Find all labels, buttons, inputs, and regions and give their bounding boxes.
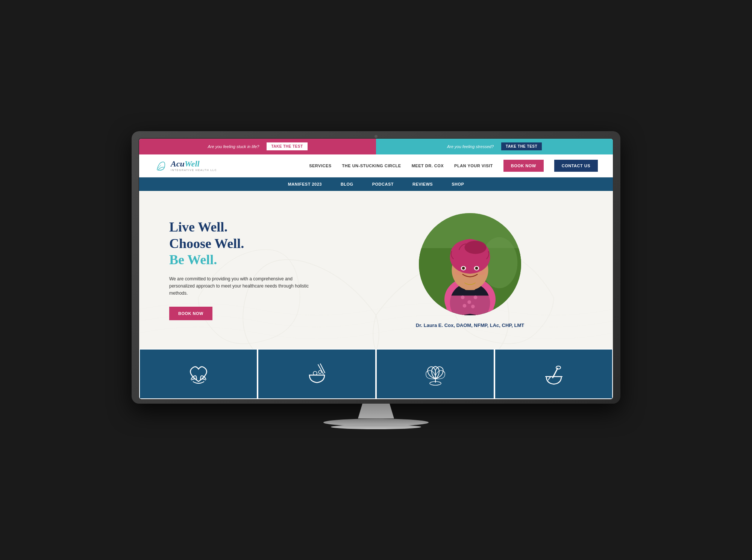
svg-point-29: [318, 371, 321, 374]
service-card-wellness[interactable]: [377, 350, 494, 398]
svg-line-31: [320, 364, 325, 373]
announcement-bars: Are you feeling stuck in life? TAKE THE …: [139, 139, 613, 154]
secondary-nav: MANIFEST 2023 BLOG PODCAST REVIEWS SHOP: [139, 177, 613, 191]
logo-text: AcuWell INTEGRATIVE HEALTH LLC: [171, 160, 217, 171]
service-card-acupuncture[interactable]: [140, 350, 257, 398]
screen-content: Are you feeling stuck in life? TAKE THE …: [139, 139, 613, 399]
hero-content: Live Well. Choose Well. Be Well. We are …: [169, 219, 357, 320]
svg-point-18: [475, 266, 478, 269]
take-test-right-button[interactable]: TAKE THE TEST: [501, 142, 542, 150]
book-now-button[interactable]: BOOK NOW: [503, 160, 544, 172]
nav-services[interactable]: SERVICES: [309, 163, 331, 168]
nav-manifest[interactable]: MANIFEST 2023: [288, 182, 322, 186]
service-cards: [139, 349, 613, 399]
nav-links: SERVICES THE UN-STUCKING CIRCLE MEET DR.…: [309, 160, 598, 172]
nutrition-icon: [304, 361, 330, 387]
hero-headline-line3: Be Well.: [169, 252, 357, 268]
nav-unstucking[interactable]: THE UN-STUCKING CIRCLE: [342, 163, 401, 168]
doctor-photo: [417, 212, 523, 317]
nav-reviews[interactable]: REVIEWS: [412, 182, 433, 186]
herbs-icon: [541, 361, 567, 387]
hero-headline-line2: Choose Well.: [169, 236, 357, 252]
announcement-left-text: Are you feeling stuck in life?: [208, 144, 259, 149]
svg-point-36: [556, 366, 561, 369]
monitor-frame: Are you feeling stuck in life? TAKE THE …: [132, 131, 620, 404]
hero-headline-line1: Live Well.: [169, 219, 357, 235]
service-card-herbs[interactable]: [495, 350, 612, 398]
svg-point-14: [464, 241, 486, 254]
announcement-left: Are you feeling stuck in life? TAKE THE …: [139, 139, 376, 154]
logo-name: AcuWell: [171, 160, 217, 168]
nav-plan-visit[interactable]: PLAN YOUR VISIT: [454, 163, 493, 168]
monitor-wrapper: Are you feeling stuck in life? TAKE THE …: [113, 131, 639, 429]
logo-subtitle: INTEGRATIVE HEALTH LLC: [171, 169, 217, 171]
svg-line-30: [318, 365, 323, 374]
doctor-svg: [419, 212, 521, 315]
nav-blog[interactable]: BLOG: [341, 182, 353, 186]
stand-neck: [353, 404, 399, 419]
hero-image-area: Dr. Laura E. Cox, DAOM, NFMP, LAc, CHP, …: [357, 212, 583, 328]
nav-shop[interactable]: SHOP: [452, 182, 464, 186]
acupuncture-icon: [185, 361, 212, 387]
hero-section: Live Well. Choose Well. Be Well. We are …: [139, 191, 613, 349]
hero-description: We are committed to providing you with a…: [169, 275, 312, 297]
svg-point-20: [478, 271, 485, 275]
doctor-caption: Dr. Laura E. Cox, DAOM, NFMP, LAc, CHP, …: [416, 322, 524, 328]
service-card-nutrition[interactable]: [258, 350, 375, 398]
wellness-icon: [422, 361, 449, 387]
screen-bezel: Are you feeling stuck in life? TAKE THE …: [138, 138, 614, 400]
svg-point-28: [313, 371, 317, 375]
nav-meet-dr[interactable]: MEET DR. COX: [412, 163, 444, 168]
monitor-stand: [323, 404, 429, 429]
stand-base2: [331, 425, 421, 429]
svg-point-17: [462, 266, 465, 269]
logo-icon: [154, 159, 168, 173]
hero-book-button[interactable]: BOOK NOW: [169, 307, 212, 320]
announcement-right-text: Are you feeling stressed?: [447, 144, 494, 149]
nav-podcast[interactable]: PODCAST: [372, 182, 394, 186]
announcement-right: Are you feeling stressed? TAKE THE TEST: [376, 139, 613, 154]
navbar: AcuWell INTEGRATIVE HEALTH LLC SERVICES …: [139, 154, 613, 177]
svg-point-19: [455, 271, 462, 275]
logo-area: AcuWell INTEGRATIVE HEALTH LLC: [154, 159, 217, 173]
take-test-left-button[interactable]: TAKE THE TEST: [267, 142, 307, 150]
contact-us-button[interactable]: CONTACT US: [554, 160, 598, 172]
